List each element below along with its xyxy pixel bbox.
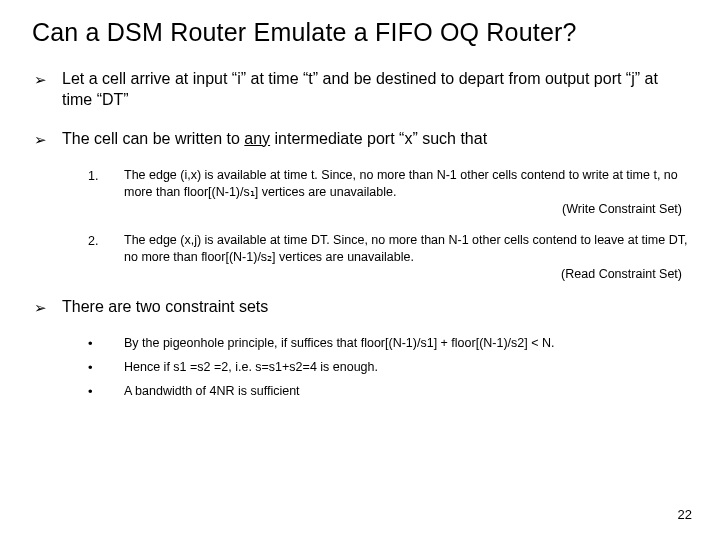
b2-post: intermediate port “x” such that — [270, 130, 487, 147]
bullet-item-1: ➢ Let a cell arrive at input “i” at time… — [34, 69, 688, 111]
bullet-text-1: Let a cell arrive at input “i” at time “… — [62, 69, 688, 111]
b2-any: any — [244, 130, 270, 147]
main-list-2: ➢ There are two constraint sets — [32, 297, 688, 318]
bullet-dot-icon: • — [88, 359, 124, 377]
num-text-2: The edge (x,j) is available at time DT. … — [124, 232, 688, 283]
numbered-list: 1. The edge (i,x) is available at time t… — [88, 167, 688, 282]
page-number: 22 — [678, 507, 692, 522]
dot-text-1: By the pigeonhole principle, if suffices… — [124, 335, 688, 352]
bullet-dot-icon: • — [88, 335, 124, 353]
dot-item-2: • Hence if s1 =s2 =2, i.e. s=s1+s2=4 is … — [88, 359, 688, 377]
num-text-1: The edge (i,x) is available at time t. S… — [124, 167, 688, 218]
b2-pre: The cell can be written to — [62, 130, 244, 147]
chevron-icon: ➢ — [34, 129, 62, 150]
num-marker: 1. — [88, 167, 124, 185]
num-body-1: The edge (i,x) is available at time t. S… — [124, 168, 678, 199]
write-constraint-note: (Write Constraint Set) — [124, 201, 688, 218]
dot-text-3: A bandwidth of 4NR is sufficient — [124, 383, 688, 400]
num-item-2: 2. The edge (x,j) is available at time D… — [88, 232, 688, 283]
slide: Can a DSM Router Emulate a FIFO OQ Route… — [0, 0, 720, 540]
bullet-text-3: There are two constraint sets — [62, 297, 688, 318]
bullet-item-3: ➢ There are two constraint sets — [34, 297, 688, 318]
num-item-1: 1. The edge (i,x) is available at time t… — [88, 167, 688, 218]
chevron-icon: ➢ — [34, 69, 62, 90]
dot-item-3: • A bandwidth of 4NR is sufficient — [88, 383, 688, 401]
read-constraint-note: (Read Constraint Set) — [124, 266, 688, 283]
dot-list: • By the pigeonhole principle, if suffic… — [88, 335, 688, 400]
dot-text-2: Hence if s1 =s2 =2, i.e. s=s1+s2=4 is en… — [124, 359, 688, 376]
bullet-text-2: The cell can be written to any intermedi… — [62, 129, 688, 150]
chevron-icon: ➢ — [34, 297, 62, 318]
dot-item-1: • By the pigeonhole principle, if suffic… — [88, 335, 688, 353]
bullet-item-2: ➢ The cell can be written to any interme… — [34, 129, 688, 150]
num-body-2: The edge (x,j) is available at time DT. … — [124, 233, 687, 264]
bullet-dot-icon: • — [88, 383, 124, 401]
slide-title: Can a DSM Router Emulate a FIFO OQ Route… — [32, 18, 688, 47]
num-marker: 2. — [88, 232, 124, 250]
main-list: ➢ Let a cell arrive at input “i” at time… — [32, 69, 688, 149]
